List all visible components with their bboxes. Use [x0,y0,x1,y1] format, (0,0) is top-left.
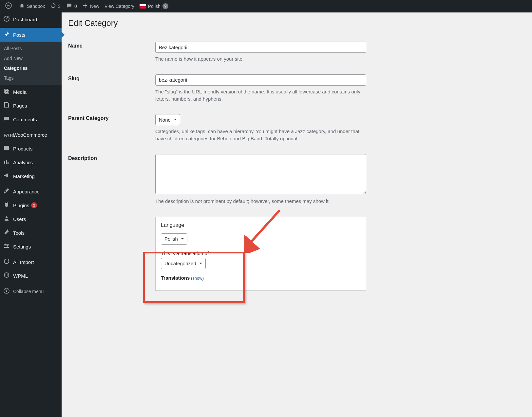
language-switch[interactable]: Polish ? [137,0,171,12]
svg-point-5 [5,244,6,245]
wrench-icon [3,229,10,237]
translations-label: Translations [161,275,190,281]
import-icon [3,258,10,266]
sidebar-item-label: Posts [13,32,26,38]
parent-label: Parent Category [68,115,109,121]
sidebar-item-label: WooCommerce [13,132,47,138]
new-content[interactable]: New [80,0,102,12]
name-label: Name [68,43,83,49]
sidebar-item-label: WPML [13,273,28,279]
sidebar-item-analytics[interactable]: Analytics [0,155,62,169]
submenu-tags[interactable]: Tags [0,73,62,83]
sidebar-item-dashboard[interactable]: Dashboard [0,12,62,26]
language-select[interactable]: Polish [161,233,187,245]
sidebar-item-label: Marketing [13,173,35,179]
name-description: The name is how it appears on your site. [155,55,366,63]
sliders-icon [3,243,10,251]
sidebar-item-media[interactable]: Media [0,85,62,99]
admin-sidebar: Dashboard Posts All Posts Add New Catego… [0,12,62,417]
updates-count: 3 [58,4,61,9]
media-icon [3,88,10,96]
sidebar-item-tools[interactable]: Tools [0,226,62,240]
parent-description: Categories, unlike tags, can have a hier… [155,128,366,142]
sidebar-item-label: Plugins [13,203,29,208]
help-icon: ? [162,3,168,9]
slug-description: The "slug" is the URL-friendly version o… [155,88,366,103]
svg-point-4 [6,216,8,218]
sidebar-item-products[interactable]: Products [0,142,62,155]
sidebar-item-woocommerce[interactable]: woo WooCommerce [0,128,62,142]
wp-logo[interactable]: W [3,0,16,12]
sidebar-item-settings[interactable]: Settings [0,240,62,253]
sidebar-item-comments[interactable]: Comments [0,112,62,126]
home-icon [19,3,25,10]
sidebar-item-allimport[interactable]: All Import [0,255,62,269]
language-panel: Language Polish This is a translation of… [155,217,366,291]
sidebar-item-label: Appearance [13,189,40,194]
sidebar-item-label: Analytics [13,160,33,165]
collapse-icon [3,288,10,295]
description-label: Description [68,155,97,161]
globe-icon [3,272,10,280]
sidebar-item-label: All Import [13,259,34,265]
sidebar-item-label: Pages [13,103,27,109]
sidebar-item-label: Settings [13,244,31,249]
updates[interactable]: 3 [48,0,63,12]
translation-of-select[interactable]: Uncategorized [161,258,206,269]
sidebar-item-plugins[interactable]: Plugins 2 [0,198,62,212]
archive-icon [3,145,10,153]
translations-show-link[interactable]: show [192,276,202,281]
submenu-categories[interactable]: Categories [0,63,62,73]
sidebar-item-label: Media [13,89,27,95]
collapse-label: Collapse menu [13,289,44,294]
plugins-badge: 2 [31,202,37,208]
svg-point-6 [7,245,8,247]
update-icon [50,3,56,10]
slug-label: Slug [68,76,80,81]
view-category[interactable]: View Category [102,0,137,12]
polish-flag-icon [140,4,146,9]
collapse-menu[interactable]: Collapse menu [0,284,62,298]
language-label: Polish [148,4,161,9]
sidebar-item-users[interactable]: Users [0,212,62,226]
sidebar-item-label: Tools [13,230,25,236]
comments[interactable]: 0 [63,0,80,12]
description-textarea[interactable] [155,154,366,194]
chart-bar-icon [3,158,10,167]
translations-paren-close: ) [202,276,204,281]
site-title-text: Sandbox [27,4,45,9]
svg-point-7 [5,247,6,248]
plus-icon [82,3,88,10]
sidebar-item-label: Users [13,216,26,222]
pin-icon [3,31,10,39]
svg-text:W: W [7,4,10,8]
sidebar-item-marketing[interactable]: Marketing [0,169,62,183]
description-help: The description is not prominent by defa… [155,198,366,205]
slug-input[interactable] [155,74,366,86]
page-title: Edit Category [68,18,525,28]
posts-submenu: All Posts Add New Categories Tags [0,42,62,85]
view-label: View Category [104,4,134,9]
sidebar-item-label: Comments [13,117,37,122]
sidebar-item-posts[interactable]: Posts [0,28,62,42]
sidebar-item-pages[interactable]: Pages [0,99,62,112]
language-heading: Language [161,222,361,228]
dashboard-icon [3,15,10,24]
submenu-all-posts[interactable]: All Posts [0,44,62,53]
megaphone-icon [3,172,10,180]
pages-icon [3,102,10,110]
translation-of-label: This is a translation of [161,250,361,256]
new-label: New [90,4,99,9]
user-icon [3,215,10,223]
name-input[interactable] [155,42,366,53]
comment-icon [3,115,10,124]
parent-select[interactable]: None [155,114,180,125]
svg-point-9 [4,288,9,293]
svg-point-3 [7,91,7,92]
site-name[interactable]: Sandbox [16,0,48,12]
plugin-icon [3,201,10,209]
sidebar-item-appearance[interactable]: Appearance [0,185,62,198]
comments-count: 0 [74,4,77,9]
sidebar-item-wpml[interactable]: WPML [0,269,62,283]
submenu-add-new[interactable]: Add New [0,53,62,63]
